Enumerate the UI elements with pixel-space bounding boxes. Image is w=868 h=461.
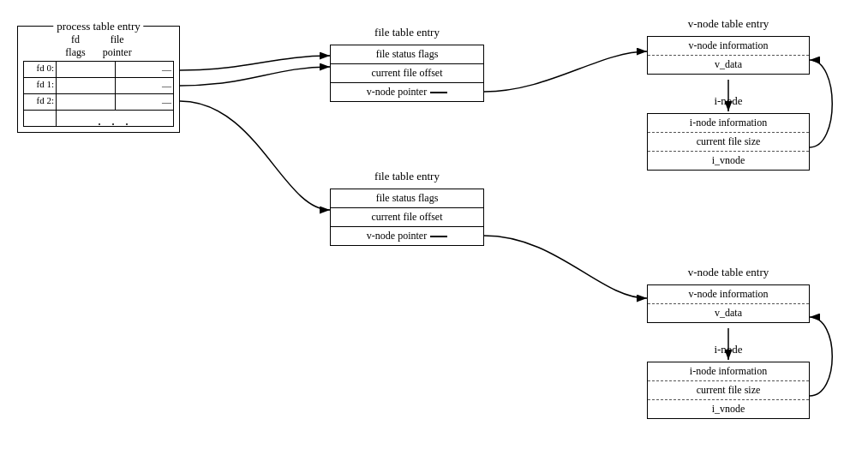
- vnode-table-2-box: v-node information v_data: [647, 284, 810, 323]
- current-file-offset-1: current file offset: [331, 64, 483, 83]
- inode-info-1: i-node information: [648, 114, 809, 132]
- vnode-table-2: v-node table entry v-node information v_…: [647, 266, 810, 323]
- pt-cell-fd0-flags: [57, 62, 116, 77]
- vdata-1: v_data: [648, 55, 809, 74]
- pt-grid: fd 0: — fd 1: — fd 2: —: [23, 61, 174, 127]
- inode-2-label: i-node: [647, 343, 810, 356]
- row-label-fd0: fd 0:: [24, 62, 57, 77]
- current-file-offset-2: current file offset: [331, 208, 483, 227]
- vnode-pointer-1: v-node pointer: [331, 83, 483, 101]
- pt-cell-fd2-flags: [57, 94, 116, 110]
- pt-col-file: file pointer: [103, 33, 132, 59]
- inode-filesize-2: current file size: [648, 380, 809, 399]
- inode-2: i-node i-node information current file s…: [647, 343, 810, 419]
- vnode-info-1: v-node information: [648, 37, 809, 55]
- file-table-1-box: file status flags current file offset v-…: [330, 45, 484, 102]
- vnode-table-1-box: v-node information v_data: [647, 36, 810, 75]
- file-table-2-title: file table entry: [330, 170, 484, 183]
- file-table-1: file table entry file status flags curre…: [330, 26, 484, 102]
- pt-cell-fd1-flags: [57, 78, 116, 93]
- pointer-dash-2: [430, 236, 447, 237]
- process-table: process table entry fd flags file pointe…: [17, 26, 180, 133]
- pt-cell-fd2-ptr: —: [116, 94, 174, 110]
- vnode-table-2-title: v-node table entry: [647, 266, 810, 279]
- diagram: process table entry fd flags file pointe…: [0, 0, 868, 461]
- inode-2-box: i-node information current file size i_v…: [647, 362, 810, 419]
- row-label-fd2: fd 2:: [24, 94, 57, 110]
- row-label-fd1: fd 1:: [24, 78, 57, 93]
- pt-cell-fd1-ptr: —: [116, 78, 174, 93]
- vnode-pointer-2: v-node pointer: [331, 227, 483, 245]
- table-row: fd 0: —: [24, 62, 173, 78]
- pt-header: fd flags file pointer: [23, 33, 174, 59]
- table-row: fd 2: —: [24, 94, 173, 111]
- process-table-title: process table entry: [53, 20, 143, 33]
- dots-row: · · ·: [24, 111, 173, 126]
- table-row: fd 1: —: [24, 78, 173, 94]
- vdata-2: v_data: [648, 303, 809, 322]
- inode-1-box: i-node information current file size i_v…: [647, 113, 810, 171]
- file-status-flags-1: file status flags: [331, 45, 483, 64]
- vnode-table-1: v-node table entry v-node information v_…: [647, 17, 810, 75]
- pointer-dash-1: [430, 92, 447, 93]
- inode-filesize-1: current file size: [648, 132, 809, 151]
- file-table-2-box: file status flags current file offset v-…: [330, 189, 484, 246]
- file-table-1-title: file table entry: [330, 26, 484, 39]
- inode-ivnode-1: i_vnode: [648, 151, 809, 170]
- inode-info-2: i-node information: [648, 362, 809, 380]
- pt-cell-fd0-ptr: —: [116, 62, 174, 77]
- inode-1-label: i-node: [647, 94, 810, 108]
- vnode-table-1-title: v-node table entry: [647, 17, 810, 31]
- file-table-2: file table entry file status flags curre…: [330, 170, 484, 246]
- inode-ivnode-2: i_vnode: [648, 399, 809, 418]
- inode-1: i-node i-node information current file s…: [647, 94, 810, 171]
- file-status-flags-2: file status flags: [331, 189, 483, 208]
- dots: · · ·: [57, 111, 173, 136]
- pt-col-fd: fd flags: [65, 33, 85, 59]
- vnode-info-2: v-node information: [648, 285, 809, 303]
